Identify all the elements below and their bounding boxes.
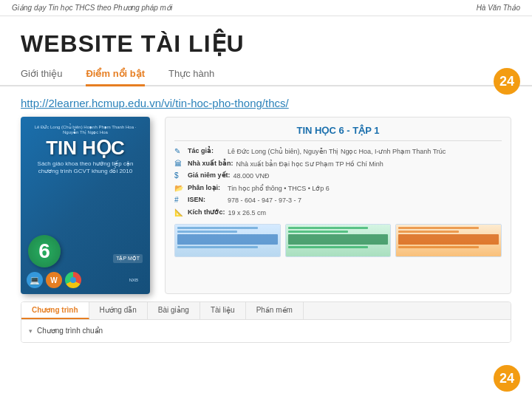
bottom-tab-tài-liệu[interactable]: Tài liệu: [200, 302, 246, 319]
info-value: 19 x 26.5 cm: [228, 208, 267, 218]
tab-gioi-thieu[interactable]: Giới thiệu: [21, 64, 62, 85]
info-icon: 📂: [174, 184, 185, 192]
nav-tabs: Giới thiệu Điểm nổi bật Thực hành: [0, 64, 532, 86]
thumb-line: [177, 231, 237, 233]
info-value: Lê Đức Long (Chủ biên), Nguyễn Thị Ngọc …: [228, 147, 446, 157]
info-rows: ✎ Tác giả: Lê Đức Long (Chủ biên), Nguyễ…: [174, 147, 502, 218]
bottom-tab-hướng-dẫn[interactable]: Hướng dẫn: [89, 302, 148, 319]
main-content: http://2learner.hcmup.edu.vn/vi/tin-hoc-…: [0, 94, 532, 343]
info-value: 978 - 604 - 947 - 97-3 - 7: [228, 196, 301, 205]
info-row: 🏛 Nhà xuất bản: Nhà xuất bản Đại học Sư …: [174, 160, 502, 169]
page-title: WEBSITE TÀI LIỆU: [21, 30, 511, 58]
header-bar: Giảng dạy Tin học THCS theo Phương pháp …: [0, 0, 532, 16]
book-cover-title: TIN HỌC: [27, 137, 144, 159]
book-info-panel: TIN HỌC 6 - TẬP 1 ✎ Tác giả: Lê Đức Long…: [165, 117, 511, 294]
bottom-tab-bài-giảng[interactable]: Bài giảng: [148, 302, 200, 319]
thumb-line: [398, 246, 479, 248]
book-icon-word: W: [46, 272, 62, 288]
info-value: Tin học phổ thông • THCS • Lớp 6: [228, 184, 330, 194]
slide-number-bottom: 24: [494, 365, 520, 392]
thumbnails-row: [174, 224, 502, 257]
thumb-line: [177, 234, 278, 245]
book-author: Lê Đức Long (Chủ biên) Hoạnh Phạm Thanh …: [27, 124, 144, 134]
bottom-list-label: Chương trình chuẩn: [37, 327, 103, 335]
bottom-list-item: ▾ Chương trình chuẩn: [29, 324, 503, 337]
info-value: 48.000 VNĐ: [233, 171, 270, 181]
book-subtitle: Sách giáo khoa theo hướng tiếp cận chươn…: [27, 160, 144, 176]
tab-thuc-hanh[interactable]: Thực hành: [168, 64, 214, 85]
info-icon: #: [174, 196, 185, 204]
info-label: Kích thước:: [188, 208, 225, 216]
page-title-area: WEBSITE TÀI LIỆU: [0, 16, 532, 64]
thumb-line: [288, 246, 369, 248]
info-label: Phân loại:: [188, 184, 225, 191]
slide-badge-top: 24: [494, 68, 520, 95]
info-icon: 🏛: [174, 160, 185, 168]
book-icon-computer: 💻: [27, 272, 43, 288]
bottom-tab-phần-mềm[interactable]: Phần mềm: [246, 302, 304, 319]
thumbnail-3: [395, 224, 502, 257]
book-icons: 💻 W NXB: [27, 272, 144, 288]
thumb-line: [288, 234, 389, 245]
info-value: Nhà xuất bản Đại học Sư Phạm TP Hồ Chí M…: [236, 160, 383, 169]
header-left-text: Giảng dạy Tin học THCS theo Phương pháp …: [12, 4, 172, 12]
book-info-title: TIN HỌC 6 - TẬP 1: [174, 125, 502, 141]
book-icon-chrome: [65, 272, 81, 288]
info-row: ✎ Tác giả: Lê Đức Long (Chủ biên), Nguyễ…: [174, 147, 502, 157]
info-label: ISEN:: [188, 196, 225, 203]
chevron-icon: ▾: [29, 327, 33, 335]
book-volume: TẬP MỘT: [113, 254, 143, 263]
info-icon: $: [174, 171, 185, 180]
thumb-line: [177, 246, 258, 248]
tab-diem-noi-bat[interactable]: Điểm nổi bật: [86, 64, 145, 85]
book-cover: Lê Đức Long (Chủ biên) Hoạnh Phạm Thanh …: [21, 117, 150, 294]
info-label: Nhà xuất bản:: [188, 160, 233, 167]
thumb-line: [398, 234, 499, 245]
thumb-line: [398, 231, 458, 233]
bottom-section: Chương trìnhHướng dẫnBài giảngTài liệuPh…: [21, 301, 511, 343]
info-row: # ISEN: 978 - 604 - 947 - 97-3 - 7: [174, 196, 502, 205]
content-area: Lê Đức Long (Chủ biên) Hoạnh Phạm Thanh …: [21, 117, 511, 294]
thumbnail-2: [285, 224, 392, 257]
info-icon: 📐: [174, 208, 185, 216]
book-grade-badge: 6: [28, 235, 61, 267]
thumbnail-1: [174, 224, 281, 257]
thumb-line: [288, 227, 369, 229]
thumb-line: [398, 227, 479, 229]
bottom-tab-chương-trình[interactable]: Chương trình: [21, 302, 89, 319]
info-row: $ Giá niêm yết: 48.000 VNĐ: [174, 171, 502, 181]
book-logo: NXB: [129, 278, 138, 282]
thumb-line: [288, 231, 348, 233]
website-link[interactable]: http://2learner.hcmup.edu.vn/vi/tin-hoc-…: [21, 97, 511, 109]
header-right-text: Hà Văn Thảo: [477, 4, 520, 12]
info-label: Tác giả:: [188, 147, 225, 154]
bottom-content: ▾ Chương trình chuẩn: [21, 320, 511, 342]
info-row: 📂 Phân loại: Tin học phổ thông • THCS • …: [174, 184, 502, 194]
info-row: 📐 Kích thước: 19 x 26.5 cm: [174, 208, 502, 218]
bottom-tabs: Chương trìnhHướng dẫnBài giảngTài liệuPh…: [21, 302, 511, 320]
thumb-line: [177, 227, 258, 229]
info-icon: ✎: [174, 147, 185, 155]
info-label: Giá niêm yết:: [188, 171, 231, 179]
